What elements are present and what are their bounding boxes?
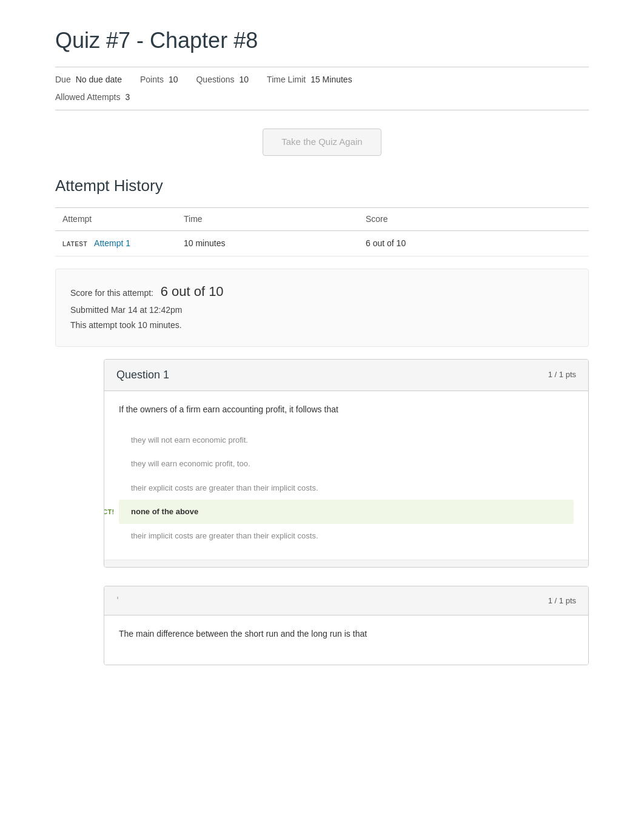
answer-row-1-5: their implicit costs are greater than th…	[119, 524, 574, 548]
question-text-1: If the owners of a firm earn accounting …	[119, 403, 574, 416]
answer-options-1: they will not earn economic profit. they…	[119, 428, 574, 548]
answer-row-1-2: they will earn economic profit, too.	[119, 452, 574, 476]
question-title-1: Question 1	[116, 367, 169, 383]
allowed-attempts-label: Allowed Attempts	[55, 91, 120, 104]
question-block-2: ˈ 1 / 1 pts The main difference between …	[104, 586, 589, 665]
table-row: LATEST Attempt 1 10 minutes 6 out of 10	[55, 230, 589, 256]
due-value: No due date	[76, 73, 122, 86]
answer-option-1-1: they will not earn economic profit.	[119, 428, 260, 452]
take-quiz-button[interactable]: Take the Quiz Again	[263, 129, 381, 156]
col-header-time: Time	[176, 207, 358, 230]
correct-indicator: Correct!	[104, 507, 114, 517]
question-pts-2: 1 / 1 pts	[548, 595, 576, 607]
questions-label: Questions	[196, 73, 234, 86]
score-value: 6 out of 10	[161, 284, 224, 299]
question-block-1: Question 1 1 / 1 pts If the owners of a …	[104, 359, 589, 568]
answer-option-1-5: their implicit costs are greater than th…	[119, 524, 330, 548]
points-label: Points	[140, 73, 164, 86]
question-text-2: The main difference between the short ru…	[119, 628, 574, 640]
take-quiz-section: Take the Quiz Again	[55, 110, 589, 174]
latest-badge: LATEST	[62, 241, 87, 247]
answer-option-1-3: their explicit costs are greater than th…	[119, 476, 330, 500]
question-title-2: ˈ	[116, 594, 119, 608]
score-label: Score for this attempt:	[70, 288, 153, 298]
time-limit-value: 15 Minutes	[310, 73, 352, 86]
questions-value: 10	[240, 73, 249, 86]
duration-text: This attempt took 10 minutes.	[70, 319, 574, 332]
attempt-time: 10 minutes	[176, 230, 358, 256]
attempt-link[interactable]: Attempt 1	[94, 238, 130, 248]
question-header-1: Question 1 1 / 1 pts	[104, 360, 588, 391]
due-label: Due	[55, 73, 71, 86]
col-header-attempt: Attempt	[55, 207, 176, 230]
question-footer-1	[104, 560, 588, 567]
question-body-2: The main difference between the short ru…	[104, 615, 588, 665]
question-header-2: ˈ 1 / 1 pts	[104, 586, 588, 615]
points-value: 10	[169, 73, 178, 86]
answer-row-1-1: they will not earn economic profit.	[119, 428, 574, 452]
col-header-score: Score	[358, 207, 589, 230]
question-pts-1: 1 / 1 pts	[548, 369, 576, 381]
answer-option-1-2: they will earn economic profit, too.	[119, 452, 263, 476]
quiz-title: Quiz #7 - Chapter #8	[55, 24, 589, 57]
answer-row-1-4: Correct! none of the above	[119, 500, 574, 524]
answer-row-1-3: their explicit costs are greater than th…	[119, 476, 574, 500]
question-body-1: If the owners of a firm earn accounting …	[104, 391, 588, 560]
time-limit-label: Time Limit	[267, 73, 306, 86]
attempt-history-title: Attempt History	[55, 174, 589, 198]
attempt-details: Score for this attempt: 6 out of 10 Subm…	[55, 269, 589, 347]
attempt-score: 6 out of 10	[358, 230, 589, 256]
meta-bar: Due No due date Points 10 Questions 10 T…	[55, 67, 589, 110]
attempt-table: Attempt Time Score LATEST Attempt 1 10 m…	[55, 207, 589, 257]
submitted-text: Submitted Mar 14 at 12:42pm	[70, 304, 574, 317]
allowed-attempts-value: 3	[125, 91, 130, 104]
answer-option-1-4: none of the above	[119, 500, 574, 524]
questions-section: Question 1 1 / 1 pts If the owners of a …	[104, 359, 589, 665]
